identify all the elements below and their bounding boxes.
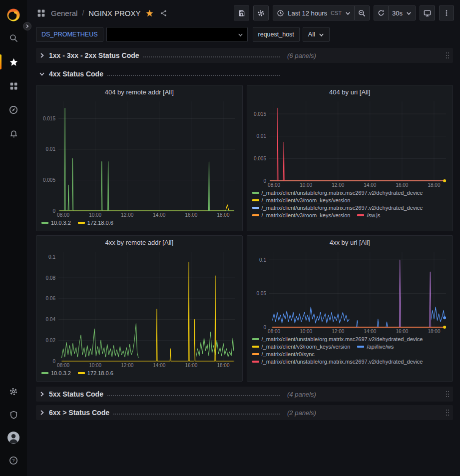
svg-text:0: 0 bbox=[52, 208, 55, 214]
row-header-3[interactable]: 6xx > Status Code(2 panels) bbox=[36, 405, 453, 420]
sidebar-expand-button[interactable] bbox=[23, 22, 31, 30]
svg-text:18:00: 18:00 bbox=[428, 182, 440, 188]
row-header-1[interactable]: 4xx Status Code bbox=[36, 66, 453, 81]
legend-item[interactable]: /_matrix/client/v3/room_keys/version bbox=[252, 197, 351, 203]
legend-item[interactable]: /_matrix/client/v3/room_keys/version bbox=[252, 212, 351, 218]
tv-mode-button[interactable] bbox=[420, 5, 435, 20]
row-title-wrap: 4xx Status Code bbox=[49, 70, 284, 78]
svg-text:16:00: 16:00 bbox=[396, 182, 408, 188]
dashboard-settings-button[interactable] bbox=[253, 5, 269, 20]
legend-item[interactable]: 10.0.3.2 bbox=[41, 370, 71, 376]
legend-label: /_matrix/client/unstable/org.matrix.msc2… bbox=[262, 205, 423, 211]
legend-item[interactable]: /api/live/ws bbox=[357, 344, 394, 350]
chevron-right-icon bbox=[39, 52, 45, 58]
legend-item[interactable]: /_matrix/client/unstable/org.matrix.msc2… bbox=[252, 336, 423, 342]
help-icon: ? bbox=[9, 456, 18, 465]
save-dashboard-button[interactable] bbox=[234, 5, 249, 20]
row-title: 4xx Status Code bbox=[49, 70, 103, 78]
legend-swatch bbox=[252, 207, 259, 209]
svg-text:0.08: 0.08 bbox=[46, 275, 56, 281]
svg-text:0.05: 0.05 bbox=[256, 291, 266, 296]
row-header-2[interactable]: 5xx Status Code(4 panels) bbox=[36, 387, 453, 402]
legend-item[interactable]: /_matrix/client/unstable/org.matrix.msc2… bbox=[252, 359, 423, 365]
sidebar-item-profile[interactable] bbox=[0, 426, 27, 449]
grafana-logo[interactable] bbox=[0, 4, 27, 26]
svg-text:18:00: 18:00 bbox=[217, 363, 229, 368]
svg-text:0.01: 0.01 bbox=[256, 133, 266, 139]
svg-text:14:00: 14:00 bbox=[153, 363, 165, 368]
sidebar-item-starred[interactable] bbox=[0, 50, 27, 74]
svg-text:18:00: 18:00 bbox=[217, 212, 229, 218]
time-range-picker[interactable]: Last 12 hours CST bbox=[273, 5, 355, 20]
sidebar-item-explore[interactable] bbox=[0, 98, 27, 122]
breadcrumb-folder[interactable]: General bbox=[51, 9, 77, 17]
legend-item[interactable]: 10.0.3.2 bbox=[41, 220, 71, 226]
svg-text:?: ? bbox=[12, 458, 14, 463]
chart-area: 00.020.040.060.080.108:0010:0012:0014:00… bbox=[39, 249, 239, 369]
legend-item[interactable]: /_matrix/client/r0/sync bbox=[252, 351, 315, 357]
time-series-canvas[interactable]: 00.0050.010.01508:0010:0012:0014:0016:00… bbox=[39, 98, 239, 219]
legend-swatch bbox=[252, 214, 259, 216]
chevron-down-icon bbox=[345, 10, 351, 16]
legend-label: /api/live/ws bbox=[367, 344, 394, 350]
time-series-canvas[interactable]: 00.050.108:0010:0012:0014:0016:0018:00 bbox=[250, 249, 450, 335]
favorite-star-button[interactable] bbox=[145, 8, 154, 18]
refresh-button[interactable] bbox=[374, 5, 389, 20]
share-button[interactable] bbox=[159, 8, 168, 18]
row-title: 1xx - 3xx - 2xx Status Code bbox=[49, 51, 139, 59]
legend-item[interactable]: /_matrix/client/v3/room_keys/version bbox=[252, 344, 351, 350]
refresh-interval-dropdown[interactable]: 30s bbox=[389, 5, 416, 20]
dashboards-grid-icon bbox=[36, 8, 46, 18]
row-drag-handle[interactable] bbox=[445, 51, 450, 59]
legend-label: 172.18.0.6 bbox=[87, 220, 113, 226]
time-series-canvas[interactable]: 00.020.040.060.080.108:0010:0012:0014:00… bbox=[39, 249, 239, 369]
sidebar-item-configuration[interactable] bbox=[0, 380, 27, 403]
time-series-canvas[interactable]: 00.0050.010.01508:0010:0012:0014:0016:00… bbox=[250, 98, 450, 189]
request-host-variable: request_host All bbox=[253, 27, 330, 42]
panel-legend: 10.0.3.2172.18.0.6 bbox=[36, 369, 242, 381]
datasource-variable-value-redacted[interactable] bbox=[106, 27, 248, 42]
panel-title[interactable]: 404 by remote addr [All] bbox=[36, 85, 242, 98]
panel-1: 404 by uri [All]00.0050.010.01508:0010:0… bbox=[247, 85, 454, 231]
legend-item[interactable]: /sw.js bbox=[357, 212, 380, 218]
sidebar-item-search[interactable] bbox=[0, 26, 27, 50]
row-header-0[interactable]: 1xx - 3xx - 2xx Status Code(6 panels) bbox=[36, 48, 453, 63]
panel-title[interactable]: 4xx by uri [All] bbox=[247, 236, 453, 249]
sidebar-item-alerting[interactable] bbox=[0, 122, 27, 146]
sidebar-item-server-admin[interactable] bbox=[0, 403, 27, 426]
legend-swatch bbox=[252, 353, 259, 355]
gear-icon bbox=[257, 9, 265, 17]
svg-text:12:00: 12:00 bbox=[332, 329, 344, 334]
dashboard-rows: 1xx - 3xx - 2xx Status Code(6 panels)4xx… bbox=[27, 46, 460, 476]
legend-item[interactable]: 172.18.0.6 bbox=[78, 370, 113, 376]
panel-title[interactable]: 404 by uri [All] bbox=[247, 85, 453, 98]
svg-text:0.02: 0.02 bbox=[46, 338, 56, 343]
main-area: General / NGINX PROXY bbox=[27, 0, 460, 476]
kebab-menu-button[interactable] bbox=[439, 5, 454, 20]
legend-item[interactable]: 172.18.0.6 bbox=[78, 220, 113, 226]
legend-label: /_matrix/client/unstable/org.matrix.msc2… bbox=[262, 336, 423, 342]
bell-icon bbox=[9, 130, 18, 138]
shield-icon bbox=[9, 411, 18, 419]
legend-label: 10.0.3.2 bbox=[51, 220, 71, 226]
sidebar-item-dashboards[interactable] bbox=[0, 74, 27, 98]
legend-item[interactable]: /_matrix/client/unstable/org.matrix.msc2… bbox=[252, 190, 423, 196]
row-drag-handle[interactable] bbox=[445, 390, 450, 398]
panel-0: 404 by remote addr [All]00.0050.010.0150… bbox=[36, 85, 243, 231]
grafana-logo-icon bbox=[6, 7, 21, 22]
page-title[interactable]: NGINX PROXY bbox=[88, 9, 140, 17]
request-host-value-dropdown[interactable]: All bbox=[303, 27, 330, 42]
chart-area: 00.050.108:0010:0012:0014:0016:0018:00 bbox=[250, 249, 450, 335]
zoom-out-time-button[interactable] bbox=[355, 5, 370, 20]
legend-item[interactable]: /_matrix/client/unstable/org.matrix.msc2… bbox=[252, 205, 423, 211]
sidebar-bottom-group: ? bbox=[0, 380, 27, 472]
sidebar-item-help[interactable]: ? bbox=[0, 449, 27, 472]
datasource-variable: DS_PROMETHEUS bbox=[36, 27, 248, 42]
svg-text:0.005: 0.005 bbox=[43, 177, 55, 183]
panel-title[interactable]: 4xx by remote addr [All] bbox=[36, 236, 242, 249]
row-drag-handle[interactable] bbox=[445, 409, 450, 417]
search-icon bbox=[9, 34, 18, 42]
svg-text:0.04: 0.04 bbox=[46, 317, 56, 322]
svg-text:08:00: 08:00 bbox=[57, 212, 69, 218]
svg-text:08:00: 08:00 bbox=[57, 363, 69, 368]
